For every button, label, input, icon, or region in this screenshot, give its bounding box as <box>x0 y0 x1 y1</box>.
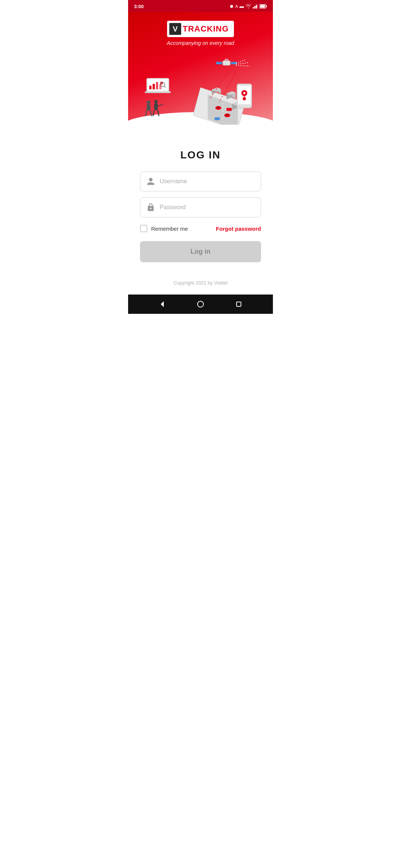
svg-line-58 <box>158 104 163 106</box>
svg-rect-30 <box>215 117 220 120</box>
clipboard-icon: ▬ <box>239 4 244 9</box>
login-button[interactable]: Log in <box>140 241 261 262</box>
wifi-icon <box>245 4 251 9</box>
translate-icon: A <box>235 4 238 9</box>
svg-rect-38 <box>153 84 155 89</box>
back-icon <box>159 300 166 308</box>
nav-recent-button[interactable] <box>233 298 245 310</box>
status-icons: ⏺ A ▬ <box>229 4 267 9</box>
svg-rect-7 <box>223 61 230 65</box>
nav-bar <box>128 295 273 314</box>
svg-line-56 <box>153 110 154 116</box>
svg-rect-5 <box>266 6 267 7</box>
svg-line-52 <box>146 111 147 116</box>
svg-rect-3 <box>257 4 258 9</box>
svg-line-57 <box>158 110 159 116</box>
notification-icon: ⏺ <box>229 4 234 9</box>
svg-rect-8 <box>216 62 222 64</box>
svg-point-50 <box>147 101 150 104</box>
signal-icon <box>253 4 258 9</box>
svg-rect-1 <box>254 6 255 9</box>
illustration <box>136 50 265 125</box>
svg-point-60 <box>198 301 203 307</box>
hero-section: V TRACKING Accompanying on every road <box>128 12 273 138</box>
svg-point-54 <box>154 100 158 103</box>
login-title: LOG IN <box>140 149 261 161</box>
battery-icon <box>260 4 267 9</box>
logo-container: V TRACKING <box>136 21 265 37</box>
logo-brand: TRACKING <box>183 24 229 34</box>
hero-subtitle: Accompanying on every road <box>136 40 265 46</box>
svg-rect-31 <box>226 108 232 111</box>
svg-rect-51 <box>147 104 150 111</box>
form-options: Remember me Forgot password <box>140 225 261 232</box>
main-content: LOG IN Remember me Forgot password Log i… <box>128 138 273 295</box>
tracking-illustration <box>141 50 260 125</box>
svg-line-53 <box>150 111 151 116</box>
nav-back-button[interactable] <box>156 298 168 310</box>
svg-point-29 <box>225 114 229 116</box>
svg-rect-0 <box>253 7 254 9</box>
forgot-password-link[interactable]: Forgot password <box>216 226 261 232</box>
nav-home-button[interactable] <box>195 298 206 310</box>
svg-rect-61 <box>237 302 241 306</box>
status-bar: 3:00 ⏺ A ▬ <box>128 0 273 12</box>
svg-rect-37 <box>149 86 151 89</box>
recent-icon <box>235 300 242 308</box>
svg-rect-2 <box>256 5 257 9</box>
username-field-container <box>140 171 261 191</box>
home-icon <box>197 300 204 308</box>
svg-rect-55 <box>154 103 158 110</box>
svg-point-47 <box>243 92 245 94</box>
svg-rect-39 <box>156 82 158 89</box>
svg-rect-6 <box>260 5 265 8</box>
remember-container: Remember me <box>140 225 188 232</box>
copyright-text: Copyright 2021 by Viettel <box>140 280 261 286</box>
status-time: 3:00 <box>134 4 144 9</box>
remember-checkbox[interactable] <box>140 225 147 232</box>
svg-marker-59 <box>161 301 164 307</box>
username-input[interactable] <box>160 178 255 185</box>
svg-point-12 <box>226 60 227 61</box>
user-icon <box>146 177 155 186</box>
logo-box: V TRACKING <box>167 21 234 37</box>
lock-icon <box>146 203 155 212</box>
remember-label: Remember me <box>151 226 188 232</box>
logo-letter: V <box>169 23 181 35</box>
password-field-container <box>140 197 261 217</box>
svg-point-27 <box>216 106 220 109</box>
password-input[interactable] <box>160 204 255 211</box>
